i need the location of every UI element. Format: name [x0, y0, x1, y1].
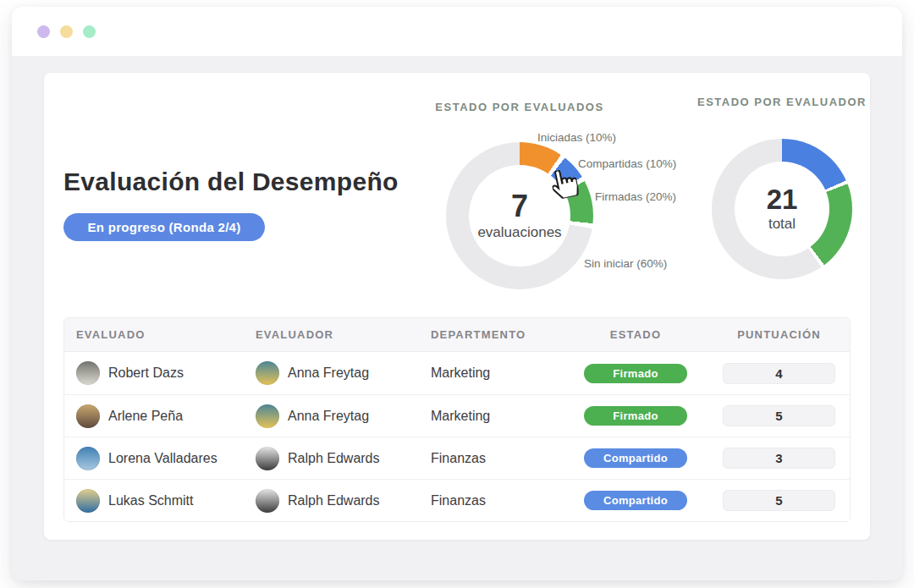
- table-body: Robert DazsAnna FreytagMarketingFirmado4…: [64, 352, 850, 521]
- status-pill: Firmado: [584, 406, 687, 426]
- screenshot-stage: Evaluación del Desempeño En progreso (Ro…: [0, 0, 914, 588]
- segment-label-sin-iniciar: Sin iniciar (60%): [584, 257, 667, 270]
- puntuacion-cell: 5: [708, 405, 850, 426]
- donut-chart-evaluados[interactable]: 7 evaluaciones: [446, 142, 593, 289]
- evaluations-table: EVALUADOEVALUADORDEPARTMENTOESTADOPUNTUA…: [63, 317, 851, 522]
- department-cell: Marketing: [419, 365, 563, 381]
- column-header-estado: ESTADO: [563, 328, 708, 341]
- estado-cell: Compartido: [563, 448, 708, 468]
- evaluado-cell: Lorena Valladares: [64, 447, 244, 470]
- avatar: [76, 361, 100, 385]
- puntuacion-cell: 3: [708, 448, 850, 469]
- avatar: [256, 489, 279, 513]
- score-box: 3: [723, 448, 835, 469]
- donut-chart-evaluador[interactable]: 21 total: [712, 139, 852, 279]
- avatar: [76, 447, 100, 470]
- column-header-puntuación: PUNTUACIÓN: [708, 328, 850, 341]
- chart-evaluador-title: ESTADO POR EVALUADOR: [689, 96, 875, 108]
- estado-cell: Firmado: [563, 406, 708, 426]
- evaluado-name: Lorena Valladares: [108, 451, 217, 466]
- evaluado-cell: Lukas Schmitt: [64, 489, 244, 513]
- evaluador-cell: Anna Freytag: [244, 361, 419, 385]
- evaluado-name: Lukas Schmitt: [108, 493, 193, 508]
- table-row[interactable]: Robert DazsAnna FreytagMarketingFirmado4: [64, 352, 850, 394]
- evaluador-cell: Ralph Edwards: [244, 447, 419, 470]
- status-pill: Compartido: [584, 448, 687, 468]
- puntuacion-cell: 5: [708, 490, 850, 511]
- donut-center-value: 7: [511, 190, 528, 223]
- segment-label-compartidas: Compartidas (10%): [578, 157, 676, 170]
- donut-center-label: evaluaciones: [477, 224, 561, 241]
- department-cell: Marketing: [419, 409, 563, 424]
- table-row[interactable]: Lorena ValladaresRalph EdwardsFinanzasCo…: [64, 437, 850, 479]
- department-cell: Finanzas: [419, 451, 563, 466]
- status-badge: En progreso (Ronda 2/4): [63, 213, 265, 241]
- table-header-row: EVALUADOEVALUADORDEPARTMENTOESTADOPUNTUA…: [64, 318, 850, 352]
- department-cell: Finanzas: [419, 493, 563, 508]
- column-header-evaluado: EVALUADO: [64, 328, 244, 341]
- score-box: 5: [723, 490, 835, 511]
- score-box: 5: [723, 405, 835, 426]
- table-row[interactable]: Lukas SchmittRalph EdwardsFinanzasCompar…: [64, 479, 850, 521]
- estado-cell: Firmado: [563, 364, 708, 383]
- column-header-departmento: DEPARTMENTO: [419, 328, 563, 341]
- avatar: [76, 489, 100, 513]
- puntuacion-cell: 4: [708, 363, 850, 384]
- purple-dot[interactable]: [37, 25, 50, 38]
- page-title: Evaluación del Desempeño: [63, 168, 399, 196]
- table-row[interactable]: Arlene PeñaAnna FreytagMarketingFirmado5: [64, 394, 850, 437]
- evaluador-name: Ralph Edwards: [288, 493, 380, 508]
- status-pill: Compartido: [584, 491, 687, 510]
- donut-center-label: total: [768, 216, 796, 233]
- traffic-lights: [37, 25, 96, 38]
- app-window: Evaluación del Desempeño En progreso (Ro…: [12, 7, 902, 580]
- avatar: [256, 404, 279, 428]
- avatar: [256, 361, 279, 385]
- green-dot[interactable]: [83, 25, 96, 38]
- evaluado-cell: Arlene Peña: [64, 404, 244, 428]
- evaluador-cell: Ralph Edwards: [244, 489, 419, 513]
- chart-evaluados-title: ESTADO POR EVALUADOS: [435, 101, 604, 113]
- evaluador-name: Anna Freytag: [288, 409, 369, 424]
- segment-label-iniciadas: Iniciadas (10%): [537, 131, 616, 144]
- avatar: [256, 447, 279, 470]
- estado-cell: Compartido: [563, 491, 708, 510]
- score-box: 4: [723, 363, 835, 384]
- evaluado-name: Arlene Peña: [108, 409, 183, 424]
- evaluado-name: Robert Dazs: [108, 365, 184, 381]
- donut-center-value: 21: [767, 185, 798, 215]
- yellow-dot[interactable]: [60, 25, 73, 38]
- window-titlebar: [12, 7, 902, 56]
- donut-center: 21 total: [735, 162, 829, 256]
- evaluador-name: Anna Freytag: [288, 365, 369, 381]
- dashboard-card: Evaluación del Desempeño En progreso (Ro…: [44, 73, 870, 540]
- evaluador-name: Ralph Edwards: [288, 451, 380, 466]
- column-header-evaluador: EVALUADOR: [244, 328, 419, 341]
- status-pill: Firmado: [584, 364, 687, 383]
- segment-label-firmadas: Firmadas (20%): [595, 190, 676, 203]
- donut-center: 7 evaluaciones: [469, 165, 570, 267]
- evaluado-cell: Robert Dazs: [64, 361, 244, 385]
- evaluador-cell: Anna Freytag: [244, 404, 419, 428]
- avatar: [76, 404, 100, 428]
